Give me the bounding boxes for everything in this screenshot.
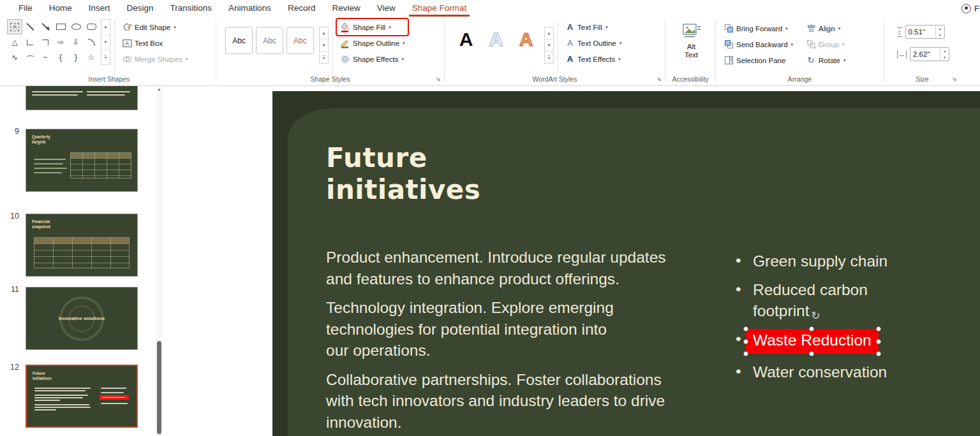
highlighted-text-shape[interactable]: Waste Reduction bbox=[746, 329, 879, 354]
selection-pane-button[interactable]: Selection Pane bbox=[720, 52, 796, 68]
slide-body-textbox[interactable]: Product enhancement. Introduce regular u… bbox=[326, 247, 734, 436]
bullet-item-highlighted[interactable]: Waste Reduction ↻ bbox=[733, 329, 889, 354]
width-field: ▲ ▼ bbox=[910, 47, 949, 61]
text-fill-button[interactable]: A Text Fill ▾ bbox=[562, 19, 625, 35]
shape-style-preset-3[interactable]: Abc bbox=[286, 27, 314, 54]
slide-bullet-list-textbox[interactable]: Green supply chain Reduced carbon footpr… bbox=[733, 251, 889, 390]
record-icon[interactable] bbox=[961, 4, 971, 13]
gallery-more-icon[interactable]: ▾ bbox=[548, 55, 550, 60]
triangle-shape-icon[interactable]: △ bbox=[7, 34, 22, 50]
arrow-right-shape-icon[interactable]: ⇨ bbox=[53, 34, 68, 50]
selection-handle-middle-right[interactable] bbox=[876, 339, 881, 344]
selection-handle-top-right[interactable] bbox=[876, 326, 881, 331]
menu-tab-home[interactable]: Home bbox=[41, 0, 80, 17]
menu-tab-record[interactable]: Record bbox=[279, 0, 324, 17]
group-button[interactable]: Group ▾ bbox=[803, 36, 849, 52]
menu-tab-transitions[interactable]: Transitions bbox=[162, 0, 221, 17]
slide-thumbnail-11[interactable]: Innovative solutions bbox=[26, 287, 138, 350]
arrow-down-shape-icon[interactable]: ⇩ bbox=[68, 34, 84, 50]
dialog-launcher-icon[interactable]: ⇘ bbox=[951, 76, 958, 84]
spinner-down-icon[interactable]: ▼ bbox=[940, 54, 949, 61]
teardrop-shape-icon[interactable] bbox=[84, 34, 99, 50]
wordart-preset-1[interactable]: A bbox=[452, 25, 480, 53]
shape-style-preset-1[interactable]: Abc bbox=[225, 27, 253, 54]
bullet-item[interactable]: Green supply chain bbox=[733, 251, 889, 272]
slide-paragraph[interactable]: Product enhancement. Introduce regular u… bbox=[326, 247, 734, 289]
align-button[interactable]: Align ▾ bbox=[803, 20, 849, 36]
elbow-connector-icon[interactable] bbox=[22, 34, 38, 50]
selection-handle-top-left[interactable] bbox=[743, 326, 748, 331]
shape-outline-button[interactable]: Shape Outline ▾ bbox=[337, 35, 408, 51]
curve-shape-icon[interactable]: ~ bbox=[38, 50, 53, 65]
edit-shape-button[interactable]: Edit Shape ▾ bbox=[119, 19, 191, 35]
line-arrow-shape-icon[interactable] bbox=[38, 19, 53, 34]
bring-forward-button[interactable]: Bring Forward ▾ bbox=[720, 20, 796, 36]
spinner-up-icon[interactable]: ▲ bbox=[940, 48, 949, 54]
shape-style-preset-2[interactable]: Abc bbox=[256, 27, 283, 54]
right-brace-shape-icon[interactable]: } bbox=[68, 50, 84, 65]
rounded-rectangle-shape-icon[interactable] bbox=[84, 19, 99, 34]
star-shape-icon[interactable]: ☆ bbox=[84, 50, 99, 65]
arc-shape-icon[interactable] bbox=[22, 50, 38, 65]
shape-effects-button[interactable]: Shape Effects ▾ bbox=[337, 51, 408, 67]
slide-thumbnail-10[interactable]: Financial snapshot bbox=[26, 214, 138, 277]
gallery-more-icon[interactable]: ▾ bbox=[105, 55, 107, 59]
slide-title-textbox[interactable]: Future initiatives bbox=[326, 142, 480, 206]
scroll-up-icon[interactable]: ▲ bbox=[156, 87, 162, 91]
slide-thumbnail-9[interactable]: Quarterly targets bbox=[26, 129, 138, 192]
gallery-scroll-up-icon[interactable]: ▲ bbox=[320, 27, 328, 40]
selection-handle-bottom-right[interactable] bbox=[876, 351, 881, 356]
selection-handle-bottom-center[interactable] bbox=[809, 351, 814, 356]
gallery-scroll-up-icon[interactable]: ▲ bbox=[545, 27, 553, 40]
wordart-preset-3[interactable]: A bbox=[512, 25, 540, 53]
shape-fill-button[interactable]: Shape Fill ▾ bbox=[337, 19, 408, 35]
spinner-down-icon[interactable]: ▼ bbox=[936, 32, 944, 38]
selected-shape[interactable]: Waste Reduction ↻ bbox=[753, 329, 879, 354]
slide-paragraph[interactable]: Collaborative partnerships. Foster colla… bbox=[326, 369, 734, 433]
wordart-preset-2[interactable]: A bbox=[482, 25, 510, 53]
slide-canvas[interactable]: Future initiatives Product enhancement. … bbox=[166, 86, 980, 436]
text-effects-button[interactable]: A Text Effects ▾ bbox=[562, 51, 625, 67]
send-backward-button[interactable]: Send Backward ▾ bbox=[720, 36, 796, 52]
menu-tab-insert[interactable]: Insert bbox=[80, 0, 119, 17]
ribbon-group-accessibility: Alt Text Accessibility bbox=[665, 17, 715, 85]
menu-tab-file[interactable]: File bbox=[10, 0, 41, 17]
merge-shapes-button[interactable]: Merge Shapes ▾ bbox=[119, 51, 191, 67]
menu-tab-review[interactable]: Review bbox=[323, 0, 368, 17]
bullet-item[interactable]: Water conservation bbox=[733, 361, 889, 382]
alt-text-button[interactable]: Alt Text bbox=[673, 23, 710, 59]
scribble-shape-icon[interactable]: ∿ bbox=[7, 50, 22, 65]
dialog-launcher-icon[interactable]: ⇘ bbox=[655, 76, 663, 84]
line-shape-icon[interactable] bbox=[22, 19, 38, 34]
selection-handle-bottom-left[interactable] bbox=[743, 351, 748, 356]
gallery-more-icon[interactable]: ▾ bbox=[323, 55, 325, 60]
text-box-shape-icon[interactable]: A bbox=[7, 19, 22, 34]
gallery-scroll-down-icon[interactable]: ▼ bbox=[101, 35, 110, 50]
text-box-button[interactable]: A Text Box bbox=[119, 35, 191, 51]
text-outline-button[interactable]: A Text Outline ▾ bbox=[562, 35, 625, 51]
gallery-scroll-down-icon[interactable]: ▼ bbox=[545, 40, 553, 52]
width-input[interactable] bbox=[910, 50, 940, 58]
slide-thumbnail-8-partial[interactable] bbox=[26, 86, 138, 110]
spinner-up-icon[interactable]: ▲ bbox=[936, 25, 944, 32]
menu-tab-animations[interactable]: Animations bbox=[220, 0, 279, 17]
left-brace-shape-icon[interactable]: { bbox=[53, 50, 68, 65]
shape-effects-label: Shape Effects bbox=[353, 55, 398, 63]
slide-12[interactable]: Future initiatives Product enhancement. … bbox=[272, 91, 980, 436]
menu-tab-shape-format[interactable]: Shape Format bbox=[404, 0, 475, 17]
scrollbar-thumb[interactable] bbox=[157, 341, 161, 434]
menu-tab-design[interactable]: Design bbox=[119, 0, 162, 17]
rotate-button[interactable]: ↻ Rotate ▾ bbox=[803, 52, 849, 68]
slide-thumbnail-12[interactable]: Future initiatives bbox=[26, 365, 138, 428]
dialog-launcher-icon[interactable]: ⇘ bbox=[434, 76, 442, 84]
gallery-scroll-up-icon[interactable]: ▲ bbox=[101, 20, 110, 35]
elbow-connector-2-icon[interactable] bbox=[38, 34, 53, 50]
slide-paragraph[interactable]: Technology integration. Explore emerging… bbox=[326, 297, 734, 361]
menu-tab-view[interactable]: View bbox=[369, 0, 404, 17]
height-input[interactable] bbox=[906, 28, 935, 36]
rotate-handle-icon[interactable]: ↻ bbox=[811, 310, 820, 321]
oval-shape-icon[interactable] bbox=[68, 19, 84, 34]
rectangle-shape-icon[interactable] bbox=[53, 19, 68, 34]
gallery-scroll-down-icon[interactable]: ▼ bbox=[320, 40, 328, 52]
selection-handle-middle-left[interactable] bbox=[743, 339, 748, 344]
